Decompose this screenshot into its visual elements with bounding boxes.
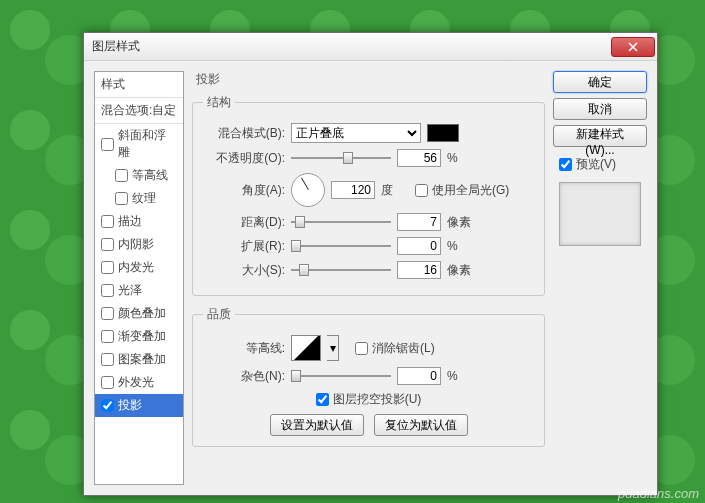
preview-checkbox[interactable]: 预览(V) — [559, 156, 647, 173]
noise-input[interactable] — [397, 367, 441, 385]
sidebar-item-6[interactable]: 光泽 — [95, 279, 183, 302]
sidebar-label-4: 内阴影 — [118, 236, 154, 253]
distance-label: 距离(D): — [203, 214, 285, 231]
sidebar-check-9[interactable] — [101, 353, 114, 366]
quality-group: 品质 等高线: ▾ 消除锯齿(L) 杂色(N): % 图层挖空投影(U) 设置为… — [192, 306, 545, 447]
opacity-label: 不透明度(O): — [203, 150, 285, 167]
sidebar-check-1[interactable] — [115, 169, 128, 182]
contour-label: 等高线: — [203, 340, 285, 357]
sidebar-item-1[interactable]: 等高线 — [95, 164, 183, 187]
quality-legend: 品质 — [203, 306, 235, 323]
sidebar-item-11[interactable]: 投影 — [95, 394, 183, 417]
sidebar-item-10[interactable]: 外发光 — [95, 371, 183, 394]
titlebar: 图层样式 — [84, 33, 657, 61]
distance-input[interactable] — [397, 213, 441, 231]
distance-slider[interactable] — [291, 213, 391, 231]
ok-button[interactable]: 确定 — [553, 71, 647, 93]
spread-slider[interactable] — [291, 237, 391, 255]
sidebar-check-8[interactable] — [101, 330, 114, 343]
opacity-input[interactable] — [397, 149, 441, 167]
blend-mode-label: 混合模式(B): — [203, 125, 285, 142]
spread-label: 扩展(R): — [203, 238, 285, 255]
sidebar-label-9: 图案叠加 — [118, 351, 166, 368]
angle-input[interactable] — [331, 181, 375, 199]
blend-mode-select[interactable]: 正片叠底 — [291, 123, 421, 143]
opacity-unit: % — [447, 151, 475, 165]
sidebar-check-5[interactable] — [101, 261, 114, 274]
angle-unit: 度 — [381, 182, 409, 199]
spread-unit: % — [447, 239, 475, 253]
sidebar-item-9[interactable]: 图案叠加 — [95, 348, 183, 371]
noise-unit: % — [447, 369, 475, 383]
action-column: 确定 取消 新建样式(W)... 预览(V) — [553, 71, 647, 485]
close-icon — [628, 42, 638, 52]
sidebar-item-7[interactable]: 颜色叠加 — [95, 302, 183, 325]
structure-legend: 结构 — [203, 94, 235, 111]
sidebar-header-styles[interactable]: 样式 — [95, 72, 183, 98]
opacity-slider[interactable] — [291, 149, 391, 167]
antialias-checkbox[interactable]: 消除锯齿(L) — [355, 340, 435, 357]
angle-dial[interactable] — [291, 173, 325, 207]
noise-slider[interactable] — [291, 367, 391, 385]
global-light-checkbox[interactable]: 使用全局光(G) — [415, 182, 509, 199]
sidebar-item-5[interactable]: 内发光 — [95, 256, 183, 279]
contour-dropdown[interactable]: ▾ — [327, 335, 339, 361]
structure-group: 结构 混合模式(B): 正片叠底 不透明度(O): % 角度(A): 度 — [192, 94, 545, 296]
sidebar-label-1: 等高线 — [132, 167, 168, 184]
settings-panel: 投影 结构 混合模式(B): 正片叠底 不透明度(O): % 角度(A): — [188, 71, 549, 485]
sidebar-check-7[interactable] — [101, 307, 114, 320]
spread-input[interactable] — [397, 237, 441, 255]
sidebar-label-10: 外发光 — [118, 374, 154, 391]
sidebar-label-8: 渐变叠加 — [118, 328, 166, 345]
reset-default-button[interactable]: 复位为默认值 — [374, 414, 468, 436]
sidebar-label-2: 纹理 — [132, 190, 156, 207]
watermark: pdadians.com — [618, 486, 699, 501]
sidebar-check-0[interactable] — [101, 138, 114, 151]
sidebar-label-0: 斜面和浮雕 — [118, 127, 177, 161]
new-style-button[interactable]: 新建样式(W)... — [553, 125, 647, 147]
sidebar-item-2[interactable]: 纹理 — [95, 187, 183, 210]
sidebar-item-3[interactable]: 描边 — [95, 210, 183, 233]
sidebar-check-2[interactable] — [115, 192, 128, 205]
sidebar-item-4[interactable]: 内阴影 — [95, 233, 183, 256]
sidebar-label-11: 投影 — [118, 397, 142, 414]
cancel-button[interactable]: 取消 — [553, 98, 647, 120]
size-slider[interactable] — [291, 261, 391, 279]
angle-label: 角度(A): — [203, 182, 285, 199]
window-title: 图层样式 — [92, 38, 611, 55]
knockout-checkbox[interactable]: 图层挖空投影(U) — [316, 391, 422, 408]
sidebar-header-blend[interactable]: 混合选项:自定 — [95, 98, 183, 124]
sidebar-item-0[interactable]: 斜面和浮雕 — [95, 124, 183, 164]
preview-swatch — [559, 182, 641, 246]
panel-title: 投影 — [196, 71, 545, 88]
size-unit: 像素 — [447, 262, 475, 279]
sidebar-check-6[interactable] — [101, 284, 114, 297]
sidebar-check-4[interactable] — [101, 238, 114, 251]
layer-style-dialog: 图层样式 样式 混合选项:自定 斜面和浮雕等高线纹理描边内阴影内发光光泽颜色叠加… — [83, 32, 658, 496]
shadow-color-swatch[interactable] — [427, 124, 459, 142]
sidebar-label-5: 内发光 — [118, 259, 154, 276]
noise-label: 杂色(N): — [203, 368, 285, 385]
styles-sidebar: 样式 混合选项:自定 斜面和浮雕等高线纹理描边内阴影内发光光泽颜色叠加渐变叠加图… — [94, 71, 184, 485]
sidebar-label-6: 光泽 — [118, 282, 142, 299]
distance-unit: 像素 — [447, 214, 475, 231]
sidebar-label-7: 颜色叠加 — [118, 305, 166, 322]
size-label: 大小(S): — [203, 262, 285, 279]
size-input[interactable] — [397, 261, 441, 279]
sidebar-check-10[interactable] — [101, 376, 114, 389]
sidebar-label-3: 描边 — [118, 213, 142, 230]
sidebar-item-8[interactable]: 渐变叠加 — [95, 325, 183, 348]
make-default-button[interactable]: 设置为默认值 — [270, 414, 364, 436]
close-button[interactable] — [611, 37, 655, 57]
sidebar-check-3[interactable] — [101, 215, 114, 228]
sidebar-check-11[interactable] — [101, 399, 114, 412]
contour-picker[interactable] — [291, 335, 321, 361]
